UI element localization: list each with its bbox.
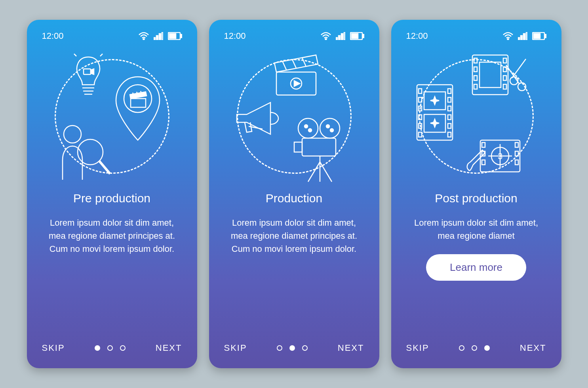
learn-more-button[interactable]: Learn more bbox=[426, 254, 526, 281]
svg-rect-46 bbox=[294, 142, 302, 152]
svg-rect-68 bbox=[448, 89, 451, 93]
svg-rect-66 bbox=[419, 124, 422, 128]
svg-rect-11 bbox=[84, 69, 91, 74]
svg-rect-54 bbox=[523, 34, 525, 40]
svg-point-0 bbox=[143, 39, 144, 40]
film-scissors-icon bbox=[468, 51, 528, 103]
dot-2[interactable] bbox=[107, 345, 113, 351]
svg-point-51 bbox=[507, 39, 508, 40]
svg-rect-62 bbox=[419, 89, 422, 93]
svg-rect-58 bbox=[534, 34, 540, 38]
svg-rect-57 bbox=[545, 34, 546, 38]
film-camera-icon bbox=[290, 116, 350, 184]
svg-rect-74 bbox=[472, 55, 508, 95]
next-button[interactable]: NEXT bbox=[520, 343, 546, 353]
film-countdown-brush-icon: 3 bbox=[461, 132, 524, 180]
svg-point-42 bbox=[308, 129, 312, 132]
svg-rect-63 bbox=[419, 97, 422, 102]
status-icons bbox=[503, 32, 546, 40]
status-time: 12:00 bbox=[406, 31, 428, 41]
dot-2[interactable] bbox=[472, 345, 477, 351]
svg-line-35 bbox=[302, 58, 306, 67]
svg-rect-64 bbox=[419, 106, 422, 111]
dot-1[interactable] bbox=[277, 345, 282, 351]
svg-rect-6 bbox=[181, 34, 182, 38]
svg-rect-83 bbox=[503, 84, 506, 89]
screen-body: Lorem ipsum dolor sit dim amet, mea regi… bbox=[406, 216, 546, 242]
lightbulb-camera-icon bbox=[69, 53, 108, 101]
skip-button[interactable]: SKIP bbox=[406, 343, 429, 353]
status-bar: 12:00 bbox=[42, 31, 182, 41]
next-button[interactable]: NEXT bbox=[156, 343, 182, 353]
illustration-production bbox=[235, 57, 354, 176]
status-bar: 12:00 bbox=[406, 31, 546, 41]
svg-rect-71 bbox=[448, 115, 451, 120]
screen-body: Lorem ipsum dolor sit dim amet, mea regi… bbox=[42, 216, 182, 255]
illustration-pre-production bbox=[53, 57, 171, 176]
dot-3[interactable] bbox=[302, 345, 308, 351]
svg-rect-89 bbox=[482, 143, 485, 147]
svg-rect-67 bbox=[419, 132, 422, 137]
screen-title: Production bbox=[224, 192, 364, 205]
svg-point-24 bbox=[325, 39, 326, 40]
svg-rect-27 bbox=[341, 34, 343, 40]
onboarding-screen-2: 12:00 Production Lorem ipsum dolor sit d… bbox=[209, 20, 379, 368]
svg-rect-91 bbox=[482, 160, 485, 165]
svg-marker-37 bbox=[294, 81, 300, 86]
svg-marker-12 bbox=[91, 69, 94, 74]
signal-icon bbox=[518, 32, 527, 40]
svg-rect-93 bbox=[515, 151, 518, 156]
svg-rect-31 bbox=[352, 34, 358, 38]
svg-rect-7 bbox=[169, 34, 176, 38]
svg-point-43 bbox=[326, 125, 329, 128]
page-dots bbox=[459, 345, 490, 351]
dot-3[interactable] bbox=[120, 345, 126, 351]
svg-rect-4 bbox=[162, 32, 163, 40]
signal-icon bbox=[336, 32, 345, 40]
status-time: 12:00 bbox=[42, 31, 64, 41]
svg-rect-2 bbox=[156, 36, 158, 40]
svg-line-48 bbox=[308, 162, 320, 182]
svg-point-41 bbox=[304, 125, 308, 128]
screen-title: Pre production bbox=[42, 192, 182, 205]
next-button[interactable]: NEXT bbox=[338, 343, 364, 353]
svg-rect-76 bbox=[474, 58, 477, 63]
svg-rect-73 bbox=[448, 132, 451, 137]
wifi-icon bbox=[321, 32, 331, 40]
svg-line-49 bbox=[320, 162, 332, 182]
dot-2[interactable] bbox=[289, 345, 295, 351]
dot-1[interactable] bbox=[459, 345, 464, 351]
svg-rect-78 bbox=[474, 76, 477, 80]
wifi-icon bbox=[503, 32, 513, 40]
svg-line-34 bbox=[292, 59, 296, 68]
dot-3[interactable] bbox=[484, 345, 490, 351]
skip-button[interactable]: SKIP bbox=[42, 343, 65, 353]
svg-rect-80 bbox=[503, 58, 506, 63]
svg-rect-69 bbox=[448, 97, 451, 102]
status-time: 12:00 bbox=[224, 31, 246, 41]
skip-button[interactable]: SKIP bbox=[224, 343, 247, 353]
svg-line-14 bbox=[74, 54, 76, 56]
svg-point-21 bbox=[64, 126, 81, 143]
nav-bar: SKIP NEXT bbox=[42, 343, 182, 357]
svg-rect-70 bbox=[448, 106, 451, 111]
wifi-icon bbox=[139, 32, 149, 40]
svg-rect-77 bbox=[474, 67, 477, 72]
location-pin-clapper-icon bbox=[112, 73, 164, 144]
svg-point-22 bbox=[78, 139, 103, 165]
svg-rect-26 bbox=[339, 36, 340, 40]
svg-rect-94 bbox=[515, 160, 518, 165]
page-dots bbox=[277, 345, 308, 351]
svg-point-85 bbox=[518, 83, 526, 91]
svg-rect-79 bbox=[474, 84, 477, 89]
svg-rect-92 bbox=[515, 143, 518, 147]
svg-point-39 bbox=[298, 118, 318, 138]
svg-rect-75 bbox=[480, 62, 501, 87]
dot-1[interactable] bbox=[95, 345, 100, 351]
illustration-post-production: 3 bbox=[417, 57, 536, 176]
svg-rect-1 bbox=[154, 38, 155, 40]
screen-body: Lorem ipsum dolor sit dim amet, mea regi… bbox=[224, 216, 364, 255]
svg-point-40 bbox=[320, 118, 340, 138]
clapperboard-icon bbox=[270, 53, 322, 97]
onboarding-screen-1: 12:00 Pre production Lorem ipsum dolor s… bbox=[27, 20, 197, 368]
